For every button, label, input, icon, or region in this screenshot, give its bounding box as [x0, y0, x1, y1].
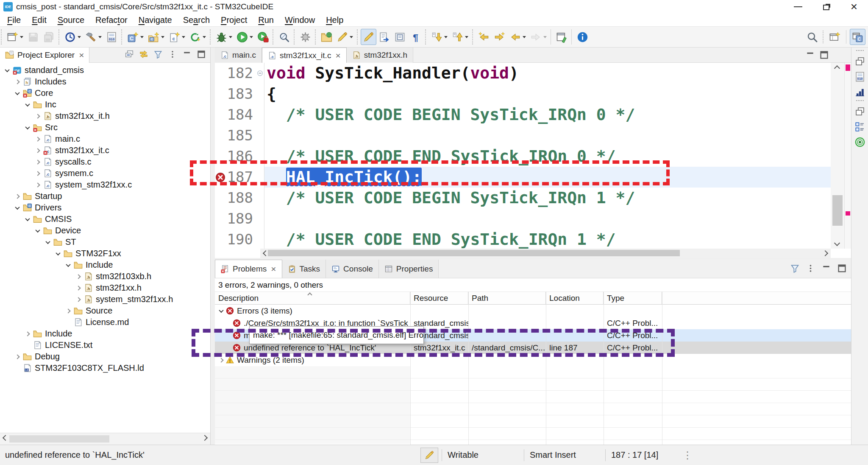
maximize-icon[interactable]	[819, 50, 829, 60]
expander-icon[interactable]	[75, 282, 83, 294]
expander-icon[interactable]	[34, 156, 42, 168]
scroll-left-icon[interactable]	[3, 435, 8, 441]
code-line-183[interactable]: 183{	[215, 84, 831, 104]
dropdown-arrow-icon[interactable]	[444, 36, 448, 38]
view-menu-button[interactable]	[168, 50, 177, 61]
tree-item-debug[interactable]: Debug	[0, 351, 210, 362]
dropdown-arrow-icon[interactable]	[98, 36, 102, 38]
expander-icon[interactable]	[217, 354, 226, 366]
code-line-188[interactable]: 188 /* USER CODE BEGIN SysTick_IRQn 1 */	[215, 188, 831, 208]
problem-group-row[interactable]: Errors (3 items)	[215, 305, 851, 317]
tree-item-license-txt[interactable]: LICENSE.txt	[0, 339, 210, 351]
problem-group-row[interactable]: Warnings (2 items)	[215, 354, 851, 366]
open-resource-button[interactable]	[319, 29, 334, 45]
code-line-187[interactable]: 187 HAL_IncTick();	[215, 167, 831, 188]
build-hammer-button[interactable]	[83, 29, 104, 45]
next-annotation-button[interactable]	[429, 29, 450, 45]
expander-icon[interactable]	[54, 248, 63, 259]
restore-window-button[interactable]	[812, 0, 840, 14]
tree-item-system-stm32f1xx-h[interactable]: .hsystem_stm32f1xx.h	[0, 294, 210, 305]
tree-item-include[interactable]: Include	[0, 328, 210, 339]
new-c-folder-button[interactable]: C	[146, 29, 167, 45]
scroll-right-icon[interactable]	[202, 435, 208, 441]
filter-button[interactable]	[790, 263, 800, 275]
tree-item-cmsis[interactable]: CMSIS	[0, 213, 210, 225]
vertical-sash[interactable]	[211, 48, 215, 445]
column-header-location[interactable]: Location	[546, 292, 604, 304]
tree-item-stm32f1xx[interactable]: STM32F1xx	[0, 248, 210, 259]
column-header-description[interactable]: Description	[215, 292, 410, 304]
editor-vertical-scrollbar[interactable]	[831, 63, 844, 249]
restore-view-button[interactable]	[851, 106, 868, 117]
menu-search[interactable]: Search	[178, 15, 215, 25]
expander-icon[interactable]	[24, 99, 32, 110]
filter-button[interactable]	[153, 50, 163, 61]
dropdown-arrow-icon[interactable]	[465, 36, 468, 38]
dropdown-arrow-icon[interactable]	[250, 36, 253, 38]
tree-item-inc[interactable]: Inc	[0, 99, 210, 110]
expander-icon[interactable]	[217, 305, 226, 317]
tree-item-standard-cmsis[interactable]: IDEstandard_cmsis	[0, 64, 210, 76]
drag-handle[interactable]	[856, 50, 864, 52]
gear-button[interactable]	[298, 29, 313, 45]
column-header-path[interactable]: Path	[468, 292, 546, 304]
expander-icon[interactable]	[34, 168, 42, 179]
tree-item-src[interactable]: Src	[0, 122, 210, 133]
maximize-button[interactable]	[837, 263, 847, 275]
outline-button[interactable]	[851, 121, 868, 132]
close-icon[interactable]: ×	[335, 50, 340, 61]
scrollbar-thumb[interactable]	[268, 250, 680, 256]
tree-item-system-stm32f1xx-c[interactable]: .csystem_stm32f1xx.c	[0, 179, 210, 190]
close-icon[interactable]: ×	[271, 264, 276, 274]
code-line-189[interactable]: 189	[215, 208, 831, 229]
tree-item-core[interactable]: CCore	[0, 87, 210, 99]
target-button[interactable]	[851, 137, 868, 148]
tab-properties[interactable]: Properties	[379, 260, 439, 278]
run-button[interactable]	[234, 29, 255, 45]
menu-file[interactable]: File	[2, 15, 26, 25]
code-line-190[interactable]: 190 /* USER CODE END SysTick_IRQn 1 */	[215, 229, 831, 249]
code-line-185[interactable]: 185	[215, 125, 831, 146]
editor-mode-button[interactable]	[420, 448, 438, 463]
expander-icon[interactable]	[24, 213, 32, 225]
previous-annotation-button[interactable]	[450, 29, 470, 45]
tab-project-explorer[interactable]: Project Explorer ×	[0, 48, 89, 63]
build-analyzer-button[interactable]: 010	[851, 71, 868, 82]
scroll-right-icon[interactable]	[822, 250, 828, 256]
code-line-186[interactable]: 186 /* USER CODE END SysTick_IRQn 0 */	[215, 146, 831, 167]
explorer-horizontal-scrollbar[interactable]	[0, 433, 210, 445]
code-line-182[interactable]: 182void SysTick_Handler(void)	[215, 63, 831, 84]
tree-item-st[interactable]: ST	[0, 236, 210, 248]
overview-error-header-marker[interactable]	[846, 64, 850, 71]
expander-icon[interactable]	[24, 122, 32, 133]
menu-edit[interactable]: Edit	[26, 15, 52, 25]
search-slash-button[interactable]	[276, 29, 292, 45]
show-whitespace-button[interactable]: ¶	[408, 29, 423, 45]
expander-icon[interactable]	[75, 271, 83, 282]
maximize-button[interactable]	[197, 50, 206, 61]
tree-item-main-c[interactable]: .cmain.c	[0, 133, 210, 145]
expander-icon[interactable]	[34, 110, 42, 122]
dropdown-arrow-icon[interactable]	[229, 36, 232, 38]
expander-icon[interactable]	[14, 351, 22, 362]
scroll-down-icon[interactable]	[834, 240, 840, 246]
generate-code-button[interactable]	[187, 29, 208, 45]
collapse-all-button[interactable]	[125, 50, 134, 61]
column-header-type[interactable]: Type	[604, 292, 662, 304]
scroll-up-icon[interactable]	[834, 65, 840, 71]
stack-analyzer-button[interactable]	[851, 87, 868, 98]
tree-item-sysmem-c[interactable]: .csysmem.c	[0, 168, 210, 179]
tree-item-syscalls-c[interactable]: .csyscalls.c	[0, 156, 210, 168]
expander-icon[interactable]	[34, 133, 42, 145]
expander-icon[interactable]	[34, 145, 42, 156]
link-with-editor-button[interactable]	[376, 29, 392, 45]
new-window-button[interactable]	[554, 29, 570, 45]
expander-icon[interactable]	[14, 202, 22, 213]
dropdown-arrow-icon[interactable]	[20, 36, 23, 38]
tree-item-device[interactable]: Device	[0, 225, 210, 236]
last-edit-back-button[interactable]	[476, 29, 492, 45]
info-button[interactable]	[575, 29, 590, 45]
tab-console[interactable]: Console	[326, 260, 379, 278]
column-header-resource[interactable]: Resource	[410, 292, 468, 304]
highlighter-button[interactable]	[361, 29, 376, 45]
